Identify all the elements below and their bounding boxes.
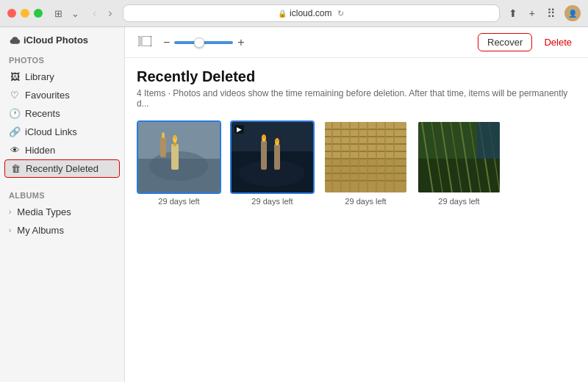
chevron-media-types-icon: › [9,208,11,216]
library-icon: 🖼 [9,71,21,82]
minimize-button[interactable] [21,9,29,18]
svg-rect-9 [160,137,166,157]
icloud-logo: iCloud Photos [9,35,88,46]
title-bar: ⊞ ⌄ ‹ › 🔒 icloud.com ↻ ⬆ + ⠿ 👤 [0,0,588,26]
albums-section-title: Albums [0,185,124,203]
delete-button[interactable]: Delete [538,34,578,51]
sidebar: iCloud Photos Photos 🖼 Library ♡ Favouri… [0,27,125,382]
browser-chrome: ⊞ ⌄ ‹ › 🔒 icloud.com ↻ ⬆ + ⠿ 👤 [0,0,588,27]
photo-item-1[interactable]: 29 days left [137,120,221,206]
url-text: icloud.com [290,8,331,18]
sidebar-item-label-recents: Recents [25,108,60,119]
photo-item-4[interactable]: 29 days left [417,120,501,206]
photo-thumb-4[interactable] [417,120,501,194]
apple-icon [9,36,21,45]
back-button[interactable]: ‹ [88,5,101,21]
sidebar-item-icloud-links[interactable]: 🔗 iCloud Links [0,123,124,141]
sidebar-item-hidden[interactable]: 👁 Hidden [0,141,124,159]
chevron-my-albums-icon: › [9,226,11,234]
main-content: Recently Deleted 4 Items · Photos and vi… [125,58,588,382]
address-bar[interactable]: 🔒 icloud.com ↻ [123,4,500,22]
zoom-controls: − + [163,36,245,49]
sidebar-item-label-library: Library [25,71,54,82]
favourites-icon: ♡ [9,90,21,101]
recently-deleted-icon: 🗑 [10,163,21,174]
svg-rect-50 [418,122,500,192]
icloud-links-icon: 🔗 [9,126,21,137]
sidebar-item-recents[interactable]: 🕐 Recents [0,104,124,123]
app-container: iCloud Photos Photos 🖼 Library ♡ Favouri… [0,27,588,382]
new-tab-button[interactable]: + [526,6,538,21]
sidebar-toggle-browser[interactable]: ⊞ [51,7,65,21]
photo-caption-2: 29 days left [251,197,293,206]
sidebar-header: iCloud Photos [0,27,124,50]
sidebar-item-label-hidden: Hidden [25,145,55,156]
browser-actions: ⬆ + ⠿ 👤 [506,5,581,22]
nav-buttons: ‹ › [88,5,117,21]
photos-grid: 29 days left [137,120,576,206]
extensions-button[interactable]: ⠿ [544,5,559,22]
svg-rect-38 [325,122,406,192]
svg-point-19 [276,139,279,143]
svg-point-13 [239,160,305,187]
recents-icon: 🕐 [9,108,21,119]
photo-image-4 [418,122,500,192]
toolbar-area: − + Recover Delete Recently Deleted 4 It… [125,27,588,382]
share-button[interactable]: ⬆ [506,6,520,21]
hidden-icon: 👁 [9,145,21,156]
recover-button[interactable]: Recover [478,33,532,51]
sidebar-group-label-my-albums: My Albums [17,225,64,236]
photo-caption-1: 29 days left [158,197,199,206]
page-title: Recently Deleted [137,68,576,85]
traffic-lights [7,9,43,18]
video-badge: ▶ [234,125,244,134]
svg-rect-1 [138,36,143,46]
photo-thumb-1[interactable] [137,120,221,194]
sidebar-group-media-types[interactable]: › Media Types [0,203,124,221]
sidebar-item-label-recently-deleted: Recently Deleted [26,163,98,174]
svg-rect-17 [274,144,280,170]
photo-image-1 [138,122,220,192]
account-button[interactable]: 👤 [564,5,581,21]
zoom-in-button[interactable]: + [237,36,244,49]
svg-point-8 [173,136,176,139]
sidebar-group-label-media-types: Media Types [17,206,71,217]
photo-caption-3: 29 days left [345,197,386,206]
svg-point-16 [262,135,266,139]
photo-item-2[interactable]: ▶ 29 days left [230,120,315,206]
svg-rect-14 [261,140,267,170]
page-subtitle: 4 Items · Photos and videos show the tim… [137,88,576,109]
sidebar-item-label-favourites: Favourites [25,90,70,101]
photo-item-3[interactable]: 29 days left [323,120,408,206]
photo-image-3 [325,122,406,192]
svg-rect-5 [171,144,179,170]
forward-button[interactable]: › [104,5,116,21]
svg-point-10 [162,132,165,138]
sidebar-item-recently-deleted[interactable]: 🗑 Recently Deleted [4,159,120,178]
zoom-out-button[interactable]: − [163,36,170,49]
photo-caption-4: 29 days left [438,197,479,206]
toolbar: − + Recover Delete [125,27,588,58]
tab-overview[interactable]: ⌄ [68,7,82,21]
sidebar-toggle-button[interactable] [135,35,154,51]
reload-icon: ↻ [337,9,344,18]
close-button[interactable] [7,9,16,18]
app-name: iCloud Photos [24,35,88,46]
sidebar-group-my-albums[interactable]: › My Albums [0,221,124,239]
sidebar-item-label-icloud-links: iCloud Links [25,126,77,137]
sidebar-toggle-icon [138,36,151,46]
photos-section-title: Photos [0,50,124,68]
zoom-slider[interactable] [174,41,233,44]
photo-thumb-3[interactable] [323,120,408,194]
sidebar-item-favourites[interactable]: ♡ Favourites [0,86,124,104]
window-controls: ⊞ ⌄ [51,7,82,21]
photo-thumb-2[interactable]: ▶ [230,120,315,194]
maximize-button[interactable] [34,9,43,18]
sidebar-item-library[interactable]: 🖼 Library [0,68,124,86]
lock-icon: 🔒 [278,10,287,18]
